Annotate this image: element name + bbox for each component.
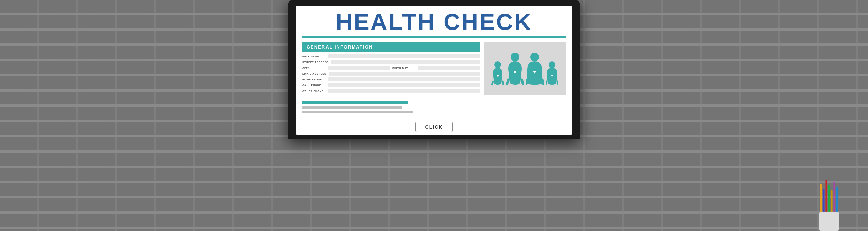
- person-child-right: ♥: [546, 61, 558, 85]
- label-otherphone: OTHER PHONE: [302, 90, 326, 92]
- progress-bar: [302, 101, 408, 104]
- pencil-cup-body: [819, 212, 839, 231]
- svg-line-7: [522, 80, 523, 85]
- label-city: CITY: [302, 67, 326, 69]
- svg-line-3: [502, 81, 504, 85]
- svg-text:♥: ♥: [513, 69, 517, 75]
- field-street[interactable]: [331, 60, 480, 64]
- label-callphone: CALL PHONE: [302, 84, 326, 86]
- form-row-otherphone: OTHER PHONE: [302, 89, 480, 93]
- svg-text:♥: ♥: [551, 73, 553, 78]
- form-section: GENERAL INFORMATION FULL NAME STREET ADD…: [302, 42, 480, 95]
- label-street: STREET ADDRESS: [302, 61, 329, 63]
- svg-line-15: [557, 81, 558, 85]
- split-birthday: BIRTH DAY: [392, 66, 480, 70]
- svg-point-0: [494, 61, 501, 68]
- svg-line-10: [526, 80, 527, 85]
- family-image-section: ♥ ♥: [484, 42, 566, 95]
- field-callphone[interactable]: [328, 83, 480, 87]
- gray-bar-1: [302, 106, 402, 109]
- click-button-wrapper: CLICK: [296, 118, 572, 135]
- pencil: [831, 190, 833, 214]
- person-adult-woman: ♥: [526, 53, 544, 85]
- label-homephone: HOME PHONE: [302, 78, 326, 81]
- document-title: HEALTH CHECK: [296, 6, 572, 36]
- field-homephone[interactable]: [328, 77, 480, 81]
- form-row-callphone: CALL PHONE: [302, 83, 480, 87]
- pencil: [820, 184, 822, 214]
- section-header-general-info: GENERAL INFORMATION: [302, 42, 480, 52]
- split-city: CITY: [302, 66, 390, 70]
- form-row-email: EMAIL ADDRESS: [302, 72, 480, 76]
- click-button[interactable]: CLICK: [415, 122, 453, 132]
- monitor-screen: HEALTH CHECK GENERAL INFORMATION FULL NA…: [296, 6, 572, 135]
- pencil: [828, 185, 830, 214]
- field-city[interactable]: [328, 66, 390, 70]
- field-birthday[interactable]: [418, 66, 480, 70]
- document-footer: [296, 98, 572, 118]
- document: HEALTH CHECK GENERAL INFORMATION FULL NA…: [296, 6, 572, 135]
- person-child-left: ♥: [491, 61, 504, 85]
- monitor-wrapper: HEALTH CHECK GENERAL INFORMATION FULL NA…: [268, 0, 600, 231]
- person-adult-man: ♥: [506, 53, 524, 85]
- label-birthday: BIRTH DAY: [392, 67, 416, 69]
- svg-line-2: [492, 81, 493, 85]
- form-row-street: STREET ADDRESS: [302, 60, 480, 64]
- pencil-holder: [817, 212, 841, 231]
- form-row-city-birthday: CITY BIRTH DAY: [302, 66, 480, 70]
- svg-text:♥: ♥: [496, 73, 499, 78]
- label-fullname: FULL NAME: [302, 55, 326, 58]
- field-email[interactable]: [329, 72, 480, 76]
- pencil: [836, 187, 838, 214]
- pencil: [834, 182, 835, 214]
- pencil: [826, 180, 827, 214]
- family-icons: ♥ ♥: [491, 53, 558, 85]
- svg-line-6: [507, 80, 508, 85]
- gray-bar-2: [302, 111, 413, 113]
- svg-line-14: [546, 81, 547, 85]
- svg-point-12: [549, 61, 555, 68]
- field-fullname[interactable]: [328, 54, 480, 58]
- field-otherphone[interactable]: [328, 89, 480, 93]
- teal-divider-bar: [302, 36, 566, 38]
- form-row-fullname: FULL NAME: [302, 54, 480, 58]
- svg-text:♥: ♥: [533, 69, 536, 75]
- monitor-frame: HEALTH CHECK GENERAL INFORMATION FULL NA…: [288, 0, 580, 139]
- pencil: [823, 189, 825, 214]
- svg-line-11: [542, 80, 544, 85]
- label-email: EMAIL ADDRESS: [302, 73, 327, 75]
- svg-point-4: [511, 53, 519, 61]
- pencils-group: [820, 180, 838, 214]
- svg-point-8: [530, 53, 539, 61]
- progress-bar-container: [302, 101, 566, 104]
- document-body: GENERAL INFORMATION FULL NAME STREET ADD…: [296, 42, 572, 98]
- form-row-homephone: HOME PHONE: [302, 77, 480, 81]
